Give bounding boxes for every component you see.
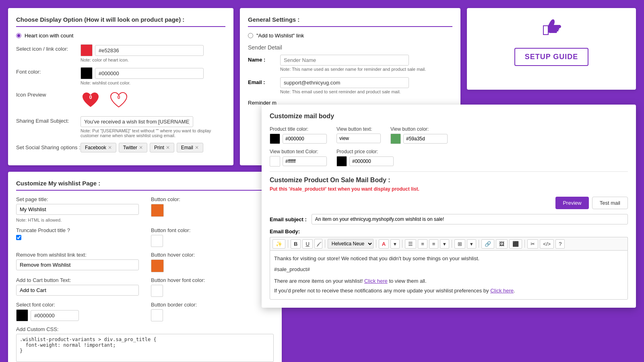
email-body-label: Email Body: xyxy=(270,228,628,234)
icon-preview-label: Icon Preview xyxy=(16,90,80,98)
toolbar-image[interactable]: 🖼 xyxy=(496,239,508,249)
sender-email-content: Note: This email used to sent reminder a… xyxy=(280,77,452,94)
sender-email-note: Note: This email used to sent reminder a… xyxy=(280,89,452,94)
heart-icon-label[interactable]: Heart icon with count xyxy=(25,33,73,39)
add-to-wishlist-radio[interactable] xyxy=(248,33,253,38)
icon-color-swatch[interactable] xyxy=(80,44,93,56)
tag-print-remove[interactable]: ✕ xyxy=(166,145,170,150)
page-title-note: Note: HTML is allowed. xyxy=(16,218,139,222)
sender-email-input[interactable] xyxy=(280,77,409,88)
toolbar-bold[interactable]: B xyxy=(291,239,301,249)
toolbar-table-dropdown[interactable]: ▾ xyxy=(467,239,476,249)
mail-colors-row-1: Product title color: View button text: V… xyxy=(270,126,628,144)
email-subject-label: Email subject : xyxy=(270,216,307,222)
product-title-color-input[interactable] xyxy=(283,134,327,144)
remove-field: Remove from wishlist link text: xyxy=(16,252,139,272)
button-hover-font-swatch[interactable] xyxy=(151,285,163,297)
toolbar-italic[interactable]: 𝒻 xyxy=(314,239,322,249)
sale-mail-actions: Preview Test mail xyxy=(270,197,628,209)
view-btn-text-color-input[interactable] xyxy=(283,156,327,166)
toolbar-help[interactable]: ? xyxy=(555,239,565,249)
font-color-row: Font color: Note: wishlist count color. xyxy=(16,67,225,85)
toolbar-align-dropdown[interactable]: ▾ xyxy=(440,239,449,249)
svg-text:0: 0 xyxy=(89,95,92,100)
toolbar-link[interactable]: 🔗 xyxy=(481,239,494,249)
toolbar-underline[interactable]: U xyxy=(302,239,312,249)
add-to-wishlist-label[interactable]: "Add to Wishlist" link xyxy=(256,33,304,39)
setup-guide-box: SETUP GUIDE General Settings xyxy=(467,8,636,90)
icon-color-row: Select icon / link color: Note: color of… xyxy=(16,44,225,62)
toolbar-cut[interactable]: ✂ xyxy=(527,239,538,249)
toolbar-dropdown[interactable]: ▾ xyxy=(390,239,400,249)
font-color-swatch[interactable] xyxy=(80,67,93,79)
add-to-wishlist-radio-row: "Add to Wishlist" link xyxy=(248,33,452,39)
button-border-swatch[interactable] xyxy=(151,309,163,321)
toolbar-font-color[interactable]: A xyxy=(379,239,389,249)
remove-label: Remove from wishlist link text: xyxy=(16,252,139,258)
email-body-line3: There are more items on your wishlist! C… xyxy=(274,277,623,286)
mail-body-title: Customize mail body xyxy=(270,113,628,120)
tag-email-remove[interactable]: ✕ xyxy=(195,145,199,150)
page-title-field: Set page title: Note: HTML is allowed. xyxy=(16,196,139,222)
product-title-color-swatch[interactable] xyxy=(270,134,280,144)
button-color-swatch[interactable] xyxy=(151,204,164,217)
button-hover-swatch[interactable] xyxy=(151,259,164,272)
editor-body[interactable]: Thanks for visiting our store! We notice… xyxy=(270,250,628,300)
test-mail-button[interactable]: Test mail xyxy=(592,197,628,209)
icon-color-input[interactable] xyxy=(95,45,204,56)
product-price-color-swatch[interactable] xyxy=(336,156,347,167)
tag-facebook-remove[interactable]: ✕ xyxy=(108,145,112,150)
toolbar-code[interactable]: </> xyxy=(540,239,554,249)
tag-print: Print ✕ xyxy=(150,143,174,152)
view-button-text-input[interactable] xyxy=(336,134,381,143)
mail-body-overlay: Customize mail body Product title color:… xyxy=(262,105,636,308)
page-title-input[interactable] xyxy=(16,204,139,215)
view-button-color-label: View button color: xyxy=(390,126,448,132)
view-button-text-label: View button text: xyxy=(336,126,381,132)
view-button-color-swatch[interactable] xyxy=(390,134,401,144)
toolbar-list-ol[interactable]: ≡ xyxy=(418,239,427,249)
preview-button[interactable]: Preview xyxy=(555,197,588,209)
sender-name-input[interactable] xyxy=(280,55,409,66)
toolbar-font-select[interactable]: Helvetica Neue xyxy=(328,239,374,249)
view-btn-text-color-swatch[interactable] xyxy=(270,156,280,167)
add-to-cart-field: Add to Cart button Text: xyxy=(16,277,139,297)
view-button-text-field: View button text: xyxy=(336,126,381,144)
font-color-note: Note: wishlist count color. xyxy=(80,80,225,85)
toolbar-sep-4 xyxy=(402,240,402,248)
add-to-cart-label: Add to Cart button Text: xyxy=(16,277,139,283)
page-title-label: Set page title: xyxy=(16,196,139,202)
click-here-link-1[interactable]: Click here xyxy=(364,278,388,284)
font-color-content: Note: wishlist count color. xyxy=(80,67,225,85)
button-border-field: Button border color: xyxy=(151,302,274,321)
click-here-link-2[interactable]: Click here xyxy=(490,288,514,294)
custom-css-input[interactable]: .wishlist-product-variants > div.sa_pro_… xyxy=(16,334,274,362)
truncate-checkbox[interactable] xyxy=(16,235,21,240)
heart-icon-radio[interactable] xyxy=(16,33,21,38)
icon-color-label: Select icon / link color: xyxy=(16,44,80,52)
toolbar-table[interactable]: ⊞ xyxy=(454,239,465,249)
mail-colors-row-2: View button text Color: Product price co… xyxy=(270,149,628,167)
toolbar-wand[interactable]: ✨ xyxy=(272,239,285,249)
toolbar-sep-3 xyxy=(376,240,376,248)
toolbar-align[interactable]: ≡ xyxy=(429,239,439,249)
button-font-swatch[interactable] xyxy=(151,235,163,247)
select-font-color-input[interactable] xyxy=(31,310,79,321)
remove-input[interactable] xyxy=(16,259,139,270)
font-color-input[interactable] xyxy=(95,68,204,79)
setup-guide-button[interactable]: SETUP GUIDE xyxy=(514,48,589,66)
tag-twitter-remove[interactable]: ✕ xyxy=(139,145,143,150)
toolbar-list-ul[interactable]: ☰ xyxy=(405,239,416,249)
sender-email-label: Email : xyxy=(248,77,280,85)
select-font-color-swatch[interactable] xyxy=(16,309,28,321)
email-subject-input[interactable] xyxy=(312,214,628,224)
toolbar-more[interactable]: ⬛ xyxy=(509,239,522,249)
sharing-subject-input[interactable] xyxy=(80,116,193,127)
icon-color-note: Note: color of heart icon. xyxy=(80,58,225,62)
add-to-cart-input[interactable] xyxy=(16,285,139,296)
view-button-color-input[interactable] xyxy=(403,134,448,144)
product-price-color-input[interactable] xyxy=(349,156,394,166)
button-color-field: Button color: xyxy=(151,196,274,222)
toolbar-sep-1 xyxy=(288,240,288,248)
social-sharing-label: Set Social Sharing options : xyxy=(16,143,80,150)
